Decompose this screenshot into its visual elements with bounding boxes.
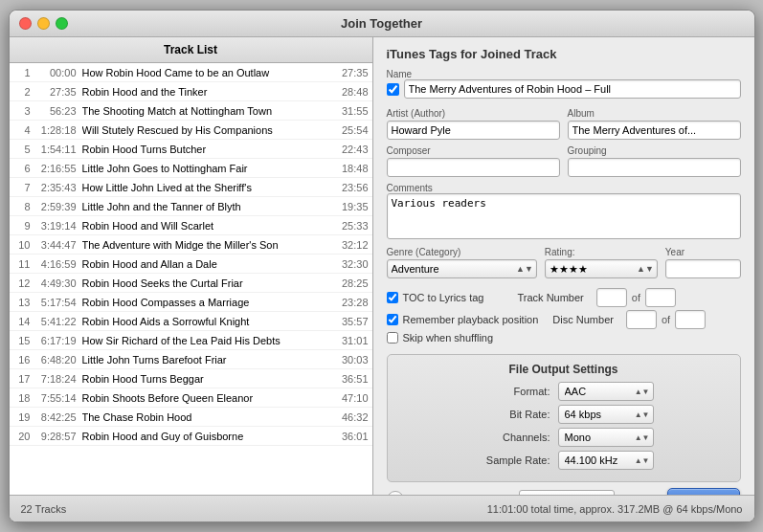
track-name: How Sir Richard of the Lea Paid His Debt… <box>82 335 335 346</box>
track-row[interactable]: 12 4:49:30 Robin Hood Seeks the Curtal F… <box>10 274 372 293</box>
track-list-header: Track List <box>10 37 372 63</box>
skip-checkbox[interactable] <box>387 332 398 344</box>
artist-input[interactable] <box>387 121 560 140</box>
track-row[interactable]: 11 4:16:59 Robin Hood and Allan a Dale 3… <box>10 255 372 274</box>
track-number: 15 <box>13 335 34 346</box>
track-name: Robin Hood Turns Butcher <box>82 144 335 155</box>
toc-checkbox[interactable] <box>387 292 398 303</box>
track-row[interactable]: 10 3:44:47 The Adventure with Midge the … <box>10 235 372 255</box>
track-name: Robin Hood Compasses a Marriage <box>82 297 335 308</box>
main-content: Track List 1 00:00 How Robin Hood Came t… <box>10 37 754 495</box>
track-time: 7:18:24 <box>34 373 82 385</box>
track-number: 9 <box>13 220 34 232</box>
track-duration: 31:01 <box>335 335 369 346</box>
window-title: Join Together <box>341 16 422 31</box>
checkboxes: TOC to Lyrics tag Track Number of Rememb… <box>387 288 741 346</box>
track-number: 14 <box>13 316 34 327</box>
track-number: 13 <box>13 297 34 308</box>
track-time: 5:41:22 <box>34 316 82 327</box>
track-row[interactable]: 18 7:55:14 Robin Shoots Before Queen Ele… <box>10 388 372 408</box>
bitrate-select[interactable]: 64 kbps <box>558 405 654 424</box>
track-name: Little John and the Tanner of Blyth <box>82 201 335 212</box>
track-duration: 23:56 <box>335 182 369 193</box>
track-duration: 22:43 <box>335 144 369 155</box>
export-button[interactable]: Export <box>667 488 740 495</box>
track-number-input[interactable] <box>596 288 627 307</box>
track-row[interactable]: 8 2:59:39 Little John and the Tanner of … <box>10 197 372 216</box>
track-of-input[interactable] <box>645 288 676 307</box>
track-time: 7:55:14 <box>34 392 82 404</box>
track-number: 5 <box>13 144 34 155</box>
grouping-label: Grouping <box>568 145 741 156</box>
track-number: 8 <box>13 201 34 212</box>
track-row[interactable]: 19 8:42:25 The Chase Robin Hood 46:32 <box>10 408 372 427</box>
track-name: Little John Turns Barefoot Friar <box>82 354 335 366</box>
track-duration: 18:48 <box>335 163 369 174</box>
name-input[interactable] <box>404 79 741 99</box>
main-window: Join Together Track List 1 00:00 How Rob… <box>9 10 755 522</box>
traffic-lights <box>19 17 68 30</box>
media-kind-select[interactable]: Audiobook <box>519 490 615 495</box>
genre-select[interactable]: Adventure <box>387 259 537 278</box>
track-row[interactable]: 16 6:48:20 Little John Turns Barefoot Fr… <box>10 350 372 369</box>
track-duration: 32:30 <box>335 258 369 270</box>
remember-label: Remember playback position <box>403 314 539 325</box>
track-time: 2:16:55 <box>34 163 82 174</box>
disc-of-input[interactable] <box>675 310 706 329</box>
track-time: 27:35 <box>34 86 82 98</box>
track-row[interactable]: 15 6:17:19 How Sir Richard of the Lea Pa… <box>10 331 372 350</box>
track-number: 3 <box>13 105 34 117</box>
track-row[interactable]: 7 2:35:43 How Little John Lived at the S… <box>10 178 372 197</box>
track-number: 2 <box>13 86 34 98</box>
track-name: The Adventure with Midge the Miller's So… <box>82 239 335 251</box>
disc-number-input[interactable] <box>626 310 657 329</box>
track-count: 22 Tracks <box>21 503 67 515</box>
track-time: 1:28:18 <box>34 124 82 136</box>
rating-select[interactable]: ★★★★ <box>545 259 658 278</box>
name-label: Name <box>387 69 741 79</box>
track-number: 4 <box>13 124 34 136</box>
track-time: 9:28:57 <box>34 431 82 442</box>
file-output-title: File Output Settings <box>399 363 729 376</box>
track-row[interactable]: 3 56:23 The Shooting Match at Nottingham… <box>10 101 372 121</box>
genre-label: Genre (Category) <box>387 247 537 257</box>
track-row[interactable]: 13 5:17:54 Robin Hood Compasses a Marria… <box>10 293 372 312</box>
track-duration: 31:55 <box>335 105 369 117</box>
track-number: 6 <box>13 163 34 174</box>
name-checkbox[interactable] <box>387 83 399 96</box>
channels-select[interactable]: Mono <box>558 428 654 447</box>
track-row[interactable]: 14 5:41:22 Robin Hood Aids a Sorrowful K… <box>10 312 372 331</box>
format-select[interactable]: AAC <box>558 382 654 401</box>
composer-input[interactable] <box>387 158 560 177</box>
track-duration: 30:03 <box>335 354 369 366</box>
track-row[interactable]: 9 3:19:14 Robin Hood and Will Scarlet 25… <box>10 216 372 235</box>
track-number: 7 <box>13 182 34 193</box>
track-row[interactable]: 20 9:28:57 Robin Hood and Guy of Guisbor… <box>10 427 372 446</box>
comments-label: Comments <box>387 183 741 193</box>
minimize-button[interactable] <box>37 17 50 30</box>
grouping-input[interactable] <box>568 158 741 177</box>
rating-label: Rating: <box>545 247 658 257</box>
channels-label: Channels: <box>474 432 550 443</box>
tags-title: iTunes Tags for Joined Track <box>387 47 741 61</box>
remember-checkbox[interactable] <box>387 314 398 325</box>
album-input[interactable] <box>568 121 741 140</box>
maximize-button[interactable] <box>56 17 68 30</box>
track-row[interactable]: 1 00:00 How Robin Hood Came to be an Out… <box>10 63 372 82</box>
samplerate-select[interactable]: 44.100 kHz <box>558 451 654 470</box>
track-row[interactable]: 2 27:35 Robin Hood and the Tinker 28:48 <box>10 82 372 101</box>
year-input[interactable] <box>665 259 741 278</box>
close-button[interactable] <box>19 17 32 30</box>
track-row[interactable]: 6 2:16:55 Little John Goes to Nottingham… <box>10 159 372 178</box>
track-duration: 36:01 <box>335 431 369 442</box>
track-name: Robin Hood and the Tinker <box>82 86 335 98</box>
track-list[interactable]: 1 00:00 How Robin Hood Came to be an Out… <box>10 63 372 495</box>
track-row[interactable]: 4 1:28:18 Will Stutely Rescued by His Co… <box>10 121 372 140</box>
comments-input[interactable] <box>387 193 741 239</box>
track-row[interactable]: 17 7:18:24 Robin Hood Turns Beggar 36:51 <box>10 369 372 388</box>
track-number: 20 <box>13 431 34 442</box>
bitrate-label: Bit Rate: <box>474 409 550 420</box>
track-name: Will Stutely Rescued by His Companions <box>82 124 335 136</box>
track-duration: 47:10 <box>335 392 369 404</box>
track-row[interactable]: 5 1:54:11 Robin Hood Turns Butcher 22:43 <box>10 140 372 159</box>
